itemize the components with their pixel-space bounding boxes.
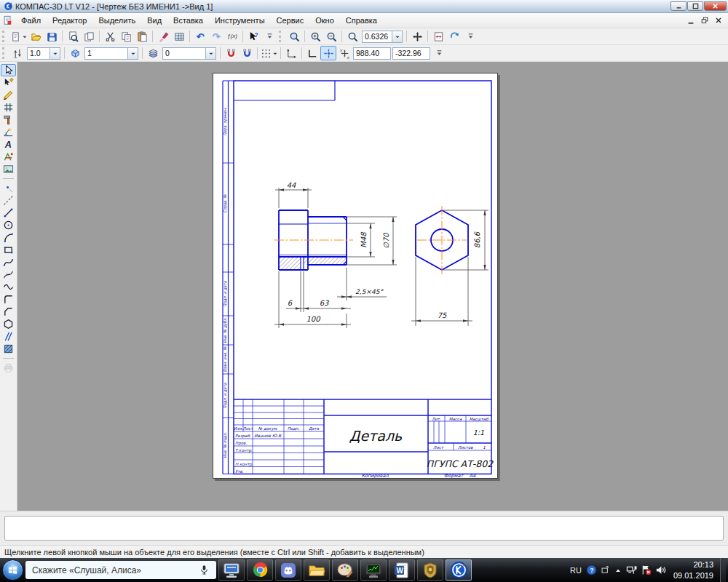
- layer-number-dropdown-button[interactable]: [205, 48, 215, 59]
- help-cursor-button[interactable]: ?: [245, 29, 261, 44]
- taskbar-app-heraldry-app[interactable]: [417, 559, 443, 581]
- property-bar[interactable]: [4, 516, 724, 541]
- view-table-button[interactable]: [171, 29, 187, 44]
- image-tool-button[interactable]: [1, 163, 16, 175]
- snap-points-button[interactable]: [320, 46, 336, 60]
- save-button[interactable]: [44, 29, 60, 44]
- taskbar-app-kompas[interactable]: [446, 559, 472, 581]
- ortho-button[interactable]: [304, 46, 320, 60]
- toolbar-grip[interactable]: [279, 31, 283, 42]
- format-painter-button[interactable]: [155, 29, 171, 44]
- tray-window-icon[interactable]: [601, 565, 610, 575]
- taskbar-app-discord[interactable]: [275, 559, 301, 581]
- snap-global-button[interactable]: [223, 46, 239, 60]
- start-button[interactable]: [2, 559, 23, 581]
- drawing-svg[interactable]: Перв. примен. Справ. № Подп. и дата Инв.…: [213, 73, 497, 478]
- pan-button[interactable]: [409, 29, 425, 44]
- taskbar-app-word[interactable]: W: [389, 559, 415, 581]
- auxline-tool-button[interactable]: [1, 194, 16, 207]
- coord-y-field[interactable]: [392, 47, 430, 60]
- menu-file[interactable]: Файл: [15, 15, 47, 26]
- spline-tool-button[interactable]: [1, 256, 16, 268]
- print-tool-button[interactable]: [1, 362, 16, 374]
- text-tool-button[interactable]: A: [1, 138, 16, 151]
- maximize-button[interactable]: [687, 1, 703, 11]
- grid-button[interactable]: [260, 46, 278, 60]
- taskbar-app-monitor-app[interactable]: [360, 559, 387, 581]
- toolbar-overflow-button[interactable]: [261, 29, 277, 44]
- new-document-button[interactable]: [9, 29, 28, 44]
- fx-button[interactable]: ƒ(x): [224, 29, 240, 44]
- fit-page-button[interactable]: [430, 29, 446, 44]
- hatch-tool-button[interactable]: [1, 343, 16, 355]
- cut-button[interactable]: [102, 29, 118, 44]
- toolbar-grip[interactable]: [2, 47, 7, 59]
- menu-window[interactable]: Окно: [309, 15, 340, 26]
- show-desktop-button[interactable]: [720, 558, 726, 582]
- parallel-tool-button[interactable]: [1, 330, 16, 343]
- zoom-value-dropdown-button[interactable]: [392, 31, 402, 42]
- coords-button[interactable]: Yx: [336, 46, 352, 60]
- curve-tool-button[interactable]: [1, 281, 16, 293]
- drawing-sheet[interactable]: Перв. примен. Справ. № Подп. и дата Инв.…: [213, 73, 498, 479]
- geometry-tool-button[interactable]: [1, 89, 16, 101]
- grid-tool-button[interactable]: [1, 101, 16, 113]
- zoom-out-button[interactable]: [323, 29, 339, 44]
- hidden-icons-icon[interactable]: [614, 566, 622, 575]
- view-number-input[interactable]: [85, 48, 127, 59]
- alice-search[interactable]: Скажите «Слушай, Алиса»: [25, 561, 216, 579]
- local-axes-button[interactable]: [283, 46, 299, 60]
- taskbar-app-paint[interactable]: [332, 559, 358, 581]
- language-indicator[interactable]: RU: [570, 566, 582, 575]
- zoom-in-button[interactable]: [307, 29, 323, 44]
- redo-button[interactable]: ↷: [208, 29, 224, 44]
- toolbar-grip[interactable]: [2, 31, 7, 42]
- edit-tool-button[interactable]: [1, 76, 16, 89]
- current-view-button[interactable]: [67, 46, 83, 60]
- step-value-input[interactable]: [28, 48, 50, 59]
- layer-number-input[interactable]: [163, 48, 205, 59]
- layers-button[interactable]: [145, 46, 161, 60]
- segment-tool-button[interactable]: [1, 207, 16, 219]
- build-tool-button[interactable]: [1, 113, 16, 126]
- parametric-tool-button[interactable]: [1, 151, 16, 163]
- dimensions-tool-button[interactable]: [1, 126, 16, 138]
- refresh-view-button[interactable]: [446, 29, 462, 44]
- undo-button[interactable]: ↶: [192, 29, 208, 44]
- rectangle-tool-button[interactable]: [1, 244, 16, 256]
- coord-x-field[interactable]: [353, 47, 391, 60]
- action-center-icon[interactable]: [641, 565, 652, 575]
- menu-tools[interactable]: Инструменты: [209, 15, 271, 26]
- drawing-canvas[interactable]: Перв. примен. Справ. № Подп. и дата Инв.…: [17, 62, 728, 511]
- tray-help-icon[interactable]: ?: [586, 565, 597, 575]
- volume-icon[interactable]: [655, 565, 666, 575]
- print-preview-button[interactable]: [65, 29, 81, 44]
- point-tool-button[interactable]: [1, 182, 16, 194]
- clock[interactable]: 20:13 09.01.2019: [673, 559, 713, 581]
- mdi-restore-button[interactable]: [698, 15, 711, 26]
- polygon-tool-button[interactable]: [1, 318, 16, 330]
- zoom-area-button[interactable]: [286, 29, 302, 44]
- document-pages-button[interactable]: [81, 29, 97, 44]
- menu-insert[interactable]: Вставка: [167, 15, 209, 26]
- circle-tool-button[interactable]: [1, 219, 16, 231]
- close-button[interactable]: [704, 1, 727, 11]
- menu-select[interactable]: Выделить: [92, 15, 141, 26]
- menu-service[interactable]: Сервис: [271, 15, 310, 26]
- menu-editor[interactable]: Редактор: [47, 15, 92, 26]
- corner-tool-button[interactable]: [1, 293, 16, 306]
- select-tool-button[interactable]: [1, 64, 16, 76]
- step-value-dropdown-button[interactable]: [50, 48, 60, 59]
- paste-button[interactable]: [134, 29, 150, 44]
- copy-button[interactable]: [118, 29, 134, 44]
- menu-view[interactable]: Вид: [141, 15, 167, 26]
- menu-help[interactable]: Справка: [340, 15, 383, 26]
- taskbar-app-chrome[interactable]: [247, 559, 273, 581]
- taskbar-app-explorer[interactable]: [304, 559, 330, 581]
- zoom-current-button[interactable]: [344, 29, 360, 44]
- bezier-tool-button[interactable]: [1, 268, 16, 281]
- network-icon[interactable]: [626, 565, 637, 575]
- cursor-step-button[interactable]: [9, 46, 25, 60]
- minimize-button[interactable]: [670, 1, 687, 11]
- mdi-close-button[interactable]: [712, 15, 724, 26]
